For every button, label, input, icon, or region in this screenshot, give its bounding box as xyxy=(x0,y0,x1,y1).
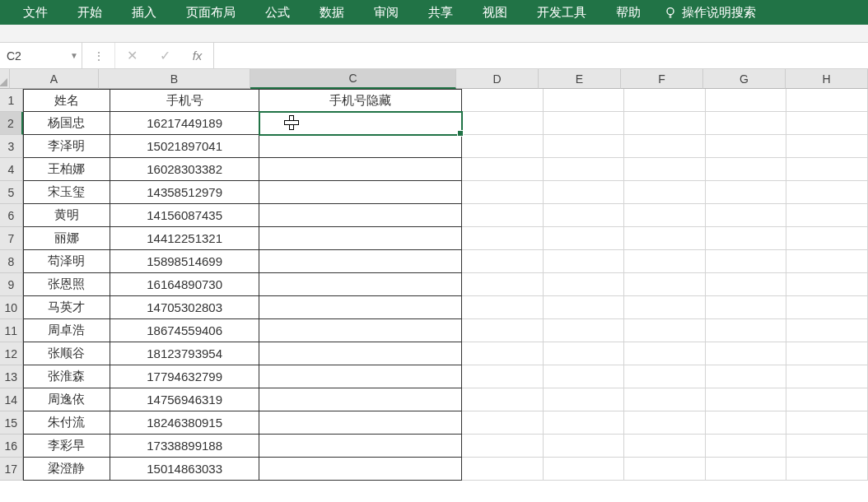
cell-D3[interactable] xyxy=(462,135,544,158)
column-header-H[interactable]: H xyxy=(786,69,868,89)
cell-A4[interactable]: 王柏娜 xyxy=(23,158,110,181)
cell-C17[interactable] xyxy=(259,458,462,481)
cell-D1[interactable] xyxy=(462,89,544,112)
cell-C9[interactable] xyxy=(259,273,462,296)
cell-E3[interactable] xyxy=(544,135,625,158)
cell-A9[interactable]: 张恩照 xyxy=(23,273,110,296)
cell-E16[interactable] xyxy=(544,435,625,458)
ribbon-tab[interactable]: 审阅 xyxy=(359,0,413,25)
cell-G14[interactable] xyxy=(706,388,787,411)
row-header-17[interactable]: 17 xyxy=(0,458,23,481)
cell-B8[interactable]: 15898514699 xyxy=(110,250,259,273)
cell-F16[interactable] xyxy=(624,435,706,458)
cell-A13[interactable]: 张淮森 xyxy=(23,365,110,388)
cell-A15[interactable]: 朱付流 xyxy=(23,411,110,435)
row-header-10[interactable]: 10 xyxy=(0,296,23,319)
column-header-E[interactable]: E xyxy=(539,69,621,89)
ribbon-tab[interactable]: 页面布局 xyxy=(171,0,250,25)
cell-G8[interactable] xyxy=(706,250,787,273)
cell-E17[interactable] xyxy=(544,458,625,481)
cell-E9[interactable] xyxy=(544,273,625,296)
cell-C14[interactable] xyxy=(259,388,462,411)
name-box[interactable]: C2 ▼ xyxy=(0,43,82,68)
column-header-C[interactable]: C xyxy=(250,69,456,89)
cell-D10[interactable] xyxy=(462,296,544,319)
cell-F10[interactable] xyxy=(624,296,706,319)
cell-E5[interactable] xyxy=(544,181,625,204)
ribbon-tab[interactable]: 公式 xyxy=(250,0,305,25)
cell-H17[interactable] xyxy=(786,458,868,481)
cell-D6[interactable] xyxy=(462,204,544,227)
cell-C4[interactable] xyxy=(259,158,462,181)
cell-E7[interactable] xyxy=(544,227,625,250)
cell-G2[interactable] xyxy=(706,112,787,135)
cell-B6[interactable]: 14156087435 xyxy=(110,204,259,227)
row-header-3[interactable]: 3 xyxy=(0,135,23,158)
cell-D16[interactable] xyxy=(462,435,544,458)
row-header-16[interactable]: 16 xyxy=(0,435,23,458)
cell-D15[interactable] xyxy=(462,411,544,435)
cell-G7[interactable] xyxy=(706,227,787,250)
cell-G1[interactable] xyxy=(706,89,787,112)
cell-A8[interactable]: 苟泽明 xyxy=(23,250,110,273)
cancel-formula-button[interactable]: ✕ xyxy=(115,43,148,68)
cell-H13[interactable] xyxy=(786,365,868,388)
cell-F1[interactable] xyxy=(624,89,706,112)
cell-H16[interactable] xyxy=(786,435,868,458)
cell-B2[interactable]: 16217449189 xyxy=(110,112,259,135)
row-header-13[interactable]: 13 xyxy=(0,365,23,388)
cell-B17[interactable]: 15014863033 xyxy=(110,458,259,481)
cell-B7[interactable]: 14412251321 xyxy=(110,227,259,250)
cell-B3[interactable]: 15021897041 xyxy=(110,135,259,158)
cell-B13[interactable]: 17794632799 xyxy=(110,365,259,388)
cell-D7[interactable] xyxy=(462,227,544,250)
cell-A12[interactable]: 张顺谷 xyxy=(23,342,110,365)
cell-D5[interactable] xyxy=(462,181,544,204)
cell-E12[interactable] xyxy=(544,342,625,365)
cell-A11[interactable]: 周卓浩 xyxy=(23,319,110,342)
column-header-G[interactable]: G xyxy=(703,69,786,89)
cell-C16[interactable] xyxy=(259,435,462,458)
cell-F15[interactable] xyxy=(624,411,706,435)
row-header-9[interactable]: 9 xyxy=(0,273,23,296)
cell-G17[interactable] xyxy=(706,458,787,481)
confirm-formula-button[interactable]: ✓ xyxy=(148,43,181,68)
cell-H12[interactable] xyxy=(786,342,868,365)
cell-H5[interactable] xyxy=(786,181,868,204)
ribbon-tab[interactable]: 开始 xyxy=(63,0,117,25)
row-header-8[interactable]: 8 xyxy=(0,250,23,273)
cell-B10[interactable]: 14705302803 xyxy=(110,296,259,319)
cell-E6[interactable] xyxy=(544,204,625,227)
cell-H15[interactable] xyxy=(786,411,868,435)
cell-G12[interactable] xyxy=(706,342,787,365)
cell-C2[interactable] xyxy=(259,112,462,135)
cell-B9[interactable]: 16164890730 xyxy=(110,273,259,296)
cell-C11[interactable] xyxy=(259,319,462,342)
cell-H6[interactable] xyxy=(786,204,868,227)
cell-H10[interactable] xyxy=(786,296,868,319)
cell-G6[interactable] xyxy=(706,204,787,227)
cell-G3[interactable] xyxy=(706,135,787,158)
cell-E1[interactable] xyxy=(544,89,625,112)
cell-B15[interactable]: 18246380915 xyxy=(110,411,259,435)
cell-E2[interactable] xyxy=(544,112,625,135)
cell-H11[interactable] xyxy=(786,319,868,342)
cell-H9[interactable] xyxy=(786,273,868,296)
cell-G4[interactable] xyxy=(706,158,787,181)
cell-C10[interactable] xyxy=(259,296,462,319)
cell-G13[interactable] xyxy=(706,365,787,388)
cell-G15[interactable] xyxy=(706,411,787,435)
cell-E15[interactable] xyxy=(544,411,625,435)
cell-D17[interactable] xyxy=(462,458,544,481)
cell-F4[interactable] xyxy=(624,158,706,181)
ribbon-tab[interactable]: 帮助 xyxy=(601,0,656,25)
cell-H3[interactable] xyxy=(786,135,868,158)
cell-C6[interactable] xyxy=(259,204,462,227)
cell-D4[interactable] xyxy=(462,158,544,181)
cell-A10[interactable]: 马英才 xyxy=(23,296,110,319)
cell-F7[interactable] xyxy=(624,227,706,250)
cell-C13[interactable] xyxy=(259,365,462,388)
ribbon-tab[interactable]: 视图 xyxy=(468,0,522,25)
cell-H4[interactable] xyxy=(786,158,868,181)
cell-D13[interactable] xyxy=(462,365,544,388)
